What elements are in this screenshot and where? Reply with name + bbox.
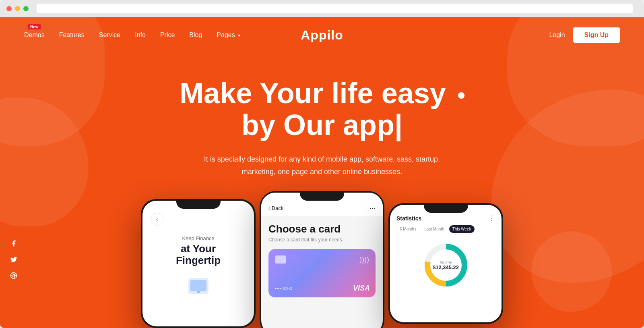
phone-center-back: ‹ Back: [268, 205, 283, 211]
svg-point-2: [197, 291, 200, 293]
nav-login-button[interactable]: Login: [549, 31, 565, 39]
social-sidebar: [10, 239, 18, 280]
stats-tab-thisweek[interactable]: This Week: [449, 225, 475, 233]
hero-subtitle: It is specially designed for any kind of…: [201, 153, 443, 178]
nav-signup-button[interactable]: Sign Up: [573, 27, 620, 43]
nav-item-service[interactable]: Service: [99, 31, 120, 39]
phones-showcase: ‹ Keep Finance at YourFingertip: [141, 191, 503, 328]
navbar: New Demos Features Service Info Price Bl…: [0, 17, 644, 53]
phone-right-notch: [424, 203, 468, 213]
phone-right: Statistics ⋮ 6 Months Last Month This We…: [388, 203, 503, 324]
hero-title-line1: Make Your life easy: [180, 77, 446, 109]
phone-left-notch: [176, 199, 221, 209]
phone-left-back-btn: ‹: [151, 213, 163, 226]
browser-dot-green[interactable]: [23, 6, 29, 11]
browser-url-bar[interactable]: [37, 4, 633, 13]
browser-dot-red[interactable]: [6, 6, 12, 11]
nav-price-label: Price: [160, 31, 175, 38]
nav-brand[interactable]: Appilo: [301, 28, 343, 43]
svg-rect-1: [190, 280, 206, 291]
nav-features-label: Features: [59, 31, 85, 38]
stats-tabs: 6 Months Last Month This Week: [390, 225, 502, 237]
nav-service-label: Service: [99, 31, 120, 38]
hero-dot: [458, 92, 464, 99]
nav-pages-label: Pages: [217, 31, 235, 38]
card-visa: VISA: [353, 284, 370, 293]
income-amount: $12,345.22: [433, 264, 459, 270]
phone-left-screen: ‹ Keep Finance at YourFingertip: [142, 201, 254, 326]
phone-center-notch: [300, 191, 344, 201]
nav-right: Login Sign Up: [549, 27, 620, 43]
card-chip: [275, 255, 286, 264]
stats-income: Income $12,345.22: [433, 260, 459, 270]
nav-item-features[interactable]: Features: [59, 31, 85, 39]
demos-new-badge: New: [28, 24, 41, 29]
nav-item-blog[interactable]: Blog: [189, 31, 202, 39]
nav-blog-label: Blog: [189, 31, 202, 38]
credit-card: )))) •••• 8250 VISA: [268, 249, 376, 297]
stats-menu-icon: ⋮: [489, 214, 495, 222]
phone-center-body: Choose a card Choose a card that fits yo…: [261, 216, 383, 304]
phone-left-small-text: Keep Finance: [176, 235, 221, 241]
nav-item-demos[interactable]: New Demos: [24, 31, 45, 39]
page: New Demos Features Service Info Price Bl…: [0, 17, 644, 328]
stats-tab-lastmonth[interactable]: Last Month: [421, 225, 447, 233]
phone-center-menu-icon: ···: [369, 204, 376, 212]
income-label: Income: [433, 260, 459, 264]
browser-dot-yellow[interactable]: [15, 6, 20, 11]
card-contactless-icon: )))): [359, 255, 369, 264]
nav-left: New Demos Features Service Info Price Bl…: [24, 31, 549, 39]
stats-title: Statistics: [396, 215, 421, 222]
phone-right-screen: Statistics ⋮ 6 Months Last Month This We…: [390, 205, 502, 322]
facebook-icon[interactable]: [10, 239, 18, 247]
dribbble-icon[interactable]: [10, 272, 18, 280]
nav-info-label: Info: [135, 31, 146, 38]
choose-card-title: Choose a card: [268, 223, 376, 235]
phone-left-large-text: at YourFingertip: [176, 243, 221, 266]
browser-chrome: [0, 0, 644, 17]
nav-item-info[interactable]: Info: [135, 31, 146, 39]
choose-card-sub: Choose a card that fits your needs.: [268, 237, 376, 243]
hero-title: Make Your life easy by Our app|: [0, 77, 644, 141]
bg-blob-5: [531, 231, 612, 312]
hero-section: Make Your life easy by Our app| It is sp…: [0, 53, 644, 178]
phone-left-text: Keep Finance at YourFingertip: [176, 235, 221, 266]
nav-item-price[interactable]: Price: [160, 31, 175, 39]
phone-left-illustration: [182, 274, 215, 300]
twitter-icon[interactable]: [10, 255, 18, 264]
nav-demos-label: Demos: [24, 31, 45, 39]
nav-item-pages[interactable]: Pages: [217, 31, 240, 39]
phone-left: ‹ Keep Finance at YourFingertip: [141, 199, 256, 328]
stats-tab-6months[interactable]: 6 Months: [396, 225, 419, 233]
stats-donut-chart: Income $12,345.22: [422, 241, 470, 289]
phone-center: ‹ Back ··· Choose a card Choose a card t…: [260, 191, 384, 328]
hero-title-line2: by Our app|: [242, 109, 402, 141]
phone-center-screen: ‹ Back ··· Choose a card Choose a card t…: [261, 193, 383, 328]
